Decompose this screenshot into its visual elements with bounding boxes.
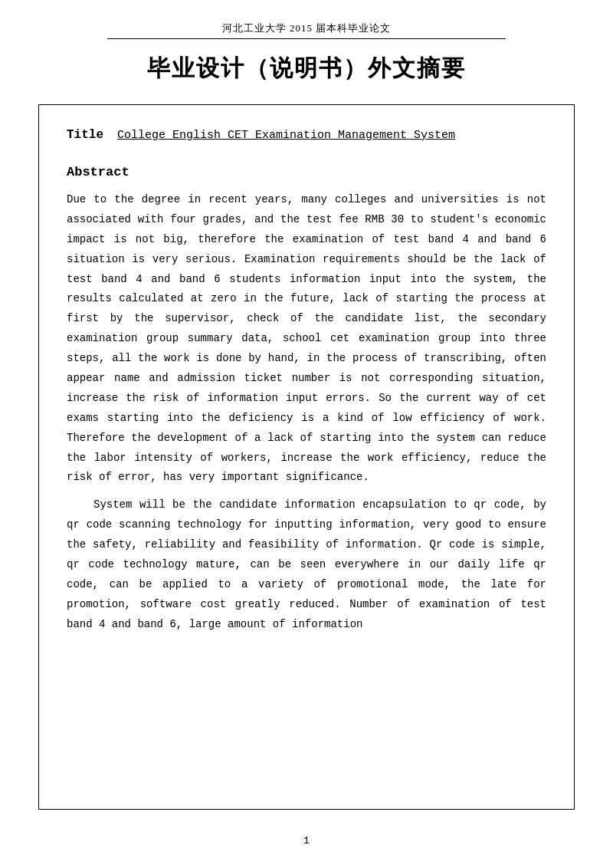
abstract-body: Due to the degree in recent years, many … <box>67 190 546 635</box>
abstract-heading: Abstract <box>67 165 546 179</box>
abstract-paragraph-1: Due to the degree in recent years, many … <box>67 190 546 488</box>
abstract-paragraph-2: System will be the candidate information… <box>67 495 546 634</box>
main-title: 毕业设计（说明书）外文摘要 <box>0 53 613 84</box>
content-box: Title College English CET Examination Ma… <box>38 104 575 810</box>
meta-text: 河北工业大学 2015 届本科毕业论文 <box>0 21 613 35</box>
page: 河北工业大学 2015 届本科毕业论文 毕业设计（说明书）外文摘要 Title … <box>0 0 613 868</box>
header-section: 河北工业大学 2015 届本科毕业论文 毕业设计（说明书）外文摘要 <box>0 0 613 104</box>
title-row: Title College English CET Examination Ma… <box>67 128 546 142</box>
page-number: 1 <box>0 835 613 847</box>
title-value: College English CET Examination Manageme… <box>117 129 455 142</box>
header-divider <box>107 38 506 39</box>
title-label: Title <box>67 128 103 142</box>
